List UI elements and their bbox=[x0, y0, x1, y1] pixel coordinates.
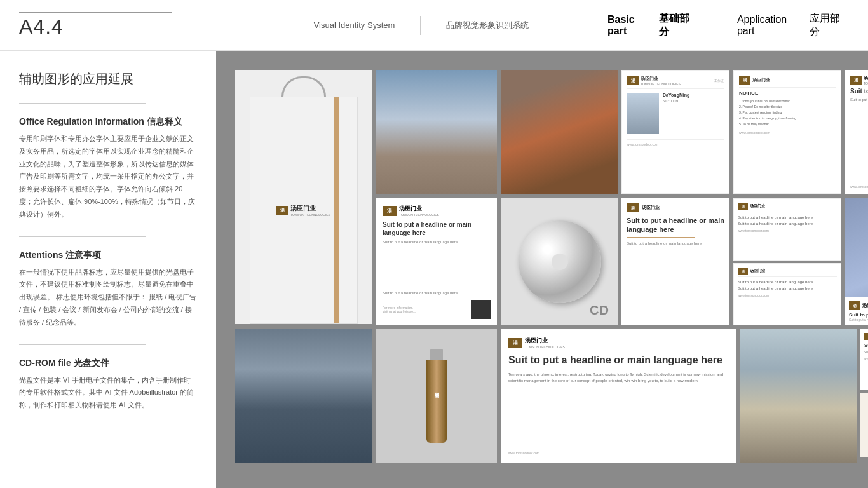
mockup-canvas: 湯 汤臣门业 TOMSON TECHNOLOGIES bbox=[229, 64, 855, 475]
bag-stripe bbox=[334, 97, 339, 323]
notice-card-header: 湯 汤臣门业 bbox=[739, 76, 836, 88]
nav-basic-cn: 基础部分 bbox=[659, 12, 698, 39]
letter-2-brand: 汤臣门业 bbox=[750, 268, 765, 274]
letter-1-brand: 汤臣门业 bbox=[750, 203, 765, 209]
bag-logo: 湯 汤臣门业 TOMSON TECHNOLOGIES bbox=[276, 204, 330, 217]
rbt-headline: Suit to put a headline or main language … bbox=[864, 342, 868, 348]
page-code: A4.4 bbox=[19, 15, 64, 38]
blc-footer: For more information,visit us at your le… bbox=[383, 300, 491, 319]
letter-1-text: Suit to put a headline or main language … bbox=[738, 215, 837, 227]
id-footer-1: www.tomsondoor.com bbox=[627, 139, 724, 146]
lb-headline: Suit to put a headline or main language … bbox=[850, 88, 868, 95]
letter-stack: 湯 汤臣门业 Suit to put a headline or main la… bbox=[733, 198, 841, 325]
big-card-logo-row: 湯 汤臣门业 bbox=[849, 301, 868, 310]
notice-footer: www.tomsondoor.com bbox=[739, 131, 836, 135]
cd-label: CD bbox=[590, 303, 609, 318]
left-divider-1 bbox=[19, 103, 146, 104]
ihc-logo-icon: 湯 bbox=[627, 203, 639, 212]
block-office-regulation: Office Regulation Information 信息释义 专用印刷字… bbox=[19, 116, 197, 221]
id-name: DaYongMing bbox=[663, 93, 724, 97]
blc-footer-text: For more information,visit us at your le… bbox=[383, 306, 416, 313]
bag-handle bbox=[281, 76, 326, 97]
left-divider-3 bbox=[19, 344, 146, 345]
center-divider bbox=[420, 16, 421, 35]
letter-2: 湯 汤臣门业 Suit to put a headline or main la… bbox=[733, 263, 841, 325]
blc-brand-cn: 汤臣门业 bbox=[399, 205, 439, 213]
usb-container: 汤臣门业 bbox=[426, 349, 447, 443]
bag-logo-icon: 湯 bbox=[276, 206, 288, 215]
right-brochure-top: 湯 汤臣门业 Suit to put a headline or main la… bbox=[860, 329, 868, 390]
big-brochure-photo: 湯 汤臣门业 TOMSON TECHNOLOGIES Suit to put a… bbox=[501, 329, 736, 463]
usb-body: 汤臣门业 bbox=[426, 360, 447, 443]
rbt-footer: www.tomsondoor.com bbox=[864, 356, 868, 360]
nav-application[interactable]: Application part 应用部分 bbox=[737, 12, 849, 39]
notice-logo: 湯 汤臣门业 bbox=[739, 76, 770, 85]
id-number: NO:0009 bbox=[663, 99, 724, 103]
id-logo-1: 湯 汤臣门业 TOMSON TECHNOLOGIES bbox=[627, 76, 681, 86]
id-photo-1 bbox=[627, 93, 659, 134]
block-attentions: Attentions 注意事项 在一般情况下使用品牌标志，应尽量使用提供的光盘电… bbox=[19, 250, 197, 329]
blc-brand-en: TOMSON TECHNOLOGIES bbox=[399, 213, 439, 217]
id-card-1: 湯 汤臣门业 TOMSON TECHNOLOGIES 工作证 DaYongMin… bbox=[621, 70, 729, 194]
bbp-brand-cn: 汤臣门业 bbox=[525, 337, 565, 345]
id-logo-icon-1: 湯 bbox=[627, 76, 639, 85]
big-card-text: 湯 汤臣门业 Suit to put a headline or main la… bbox=[845, 297, 868, 325]
notice-title: NOTICE bbox=[739, 90, 836, 96]
id-side-label-1: 工作证 bbox=[714, 79, 724, 83]
right-col-stack: 湯 汤臣门业 Suit to put a headline or main la… bbox=[860, 329, 868, 463]
nav-basic[interactable]: Basic part 基础部分 bbox=[607, 12, 699, 39]
big-card-logo: 湯 bbox=[849, 301, 860, 310]
envelope: 湯 汤臣门业 bbox=[860, 393, 868, 457]
left-divider-2 bbox=[19, 236, 146, 237]
header-left: A4.4 bbox=[19, 12, 235, 39]
header: A4.4 Visual Identity System 品牌视觉形象识别系统 B… bbox=[0, 0, 868, 51]
notice-item-1: 1. fonts you shall not be transformed bbox=[739, 98, 836, 104]
blc-logo: 湯 汤臣门业 TOMSON TECHNOLOGIES bbox=[383, 205, 491, 217]
notice-item-5: 5. To be truly manner bbox=[739, 121, 836, 127]
id-info-1: DaYongMing NO:0009 bbox=[663, 93, 724, 134]
id-company-1: www.tomsondoor.com bbox=[627, 142, 724, 146]
ihc-headline: Suit to put a headline or main language … bbox=[627, 216, 724, 234]
bag-body: 湯 汤臣门业 TOMSON TECHNOLOGIES bbox=[250, 97, 358, 324]
notice-body: NOTICE 1. fonts you shall not be transfo… bbox=[739, 90, 836, 127]
blc-qr bbox=[471, 300, 491, 319]
big-card-headline: Suit to put a headline or main language … bbox=[849, 312, 868, 318]
header-top-divider bbox=[19, 12, 172, 13]
block-cdrom-text: 光盘文件是本 VI 手册电子文件的集合，内含手册制作时的专用软件格式文件。其中 … bbox=[19, 374, 197, 412]
lb-logo: 湯 汤臣门业 TOMSON TECHNOLOGIES bbox=[850, 75, 868, 85]
nav-basic-en: Basic part bbox=[607, 14, 655, 37]
block-office-text: 专用印刷字体和专用办公字体主要应用于企业文献的正文及实务用品，所选定的字体用以实… bbox=[19, 133, 197, 221]
photo-orange-building bbox=[501, 70, 618, 194]
vis-label-en: Visual Identity System bbox=[314, 20, 395, 30]
id-brand-en-1: TOMSON TECHNOLOGIES bbox=[641, 82, 681, 86]
block-cdrom-title: CD-ROM file 光盘文件 bbox=[19, 358, 197, 369]
big-right-card: 湯 汤臣门业 Suit to put a headline or main la… bbox=[845, 198, 868, 325]
block-office-title: Office Regulation Information 信息释义 bbox=[19, 116, 197, 128]
nav-app-en: Application part bbox=[737, 14, 806, 37]
id-notice-card: 湯 汤臣门业 NOTICE 1. fonts you shall not be … bbox=[733, 70, 841, 194]
id-card-header-1: 湯 汤臣门业 TOMSON TECHNOLOGIES 工作证 bbox=[627, 76, 724, 89]
id-brand-cn-1: 汤臣门业 bbox=[641, 76, 681, 82]
main-content: 辅助图形的应用延展 Office Regulation Information … bbox=[0, 51, 868, 488]
block-attentions-text: 在一般情况下使用品牌标志，应尽量使用提供的光盘电子文件，不建议使用标准制图绘制标… bbox=[19, 266, 197, 329]
section-title: 辅助图形的应用延展 bbox=[19, 70, 197, 88]
lb-logo-icon: 湯 bbox=[850, 76, 862, 85]
block-cdrom: CD-ROM file 光盘文件 光盘文件是本 VI 手册电子文件的集合，内含手… bbox=[19, 358, 197, 412]
blc-headline: Suit to put a headline or main language … bbox=[383, 220, 491, 237]
blc-logo-icon: 湯 bbox=[383, 206, 397, 216]
letter-1-footer: www.tomsondoor.com bbox=[738, 229, 837, 233]
left-panel: 辅助图形的应用延展 Office Regulation Information … bbox=[0, 51, 216, 488]
nav-app-cn: 应用部分 bbox=[810, 12, 849, 39]
ihc-header: 湯 汤臣门业 bbox=[627, 203, 724, 212]
bbp-header: 湯 汤臣门业 TOMSON TECHNOLOGIES bbox=[508, 337, 728, 349]
cd-hole bbox=[552, 254, 568, 270]
letter-1-logo: 湯 bbox=[738, 203, 748, 210]
lb-brand-en: TOMSON TECHNOLOGIES bbox=[864, 81, 868, 85]
photo-garage-door bbox=[235, 329, 372, 463]
large-brochure-top: 湯 汤臣门业 TOMSON TECHNOLOGIES Suit to put a… bbox=[845, 70, 868, 194]
id-card-body-1: DaYongMing NO:0009 bbox=[627, 93, 724, 134]
ihc-brand-cn: 汤臣门业 bbox=[642, 205, 660, 211]
blc-subtext: Suit to put a headline or main language … bbox=[383, 290, 491, 296]
cd-disc: CD bbox=[501, 198, 618, 325]
photo-warehouse bbox=[740, 329, 857, 463]
